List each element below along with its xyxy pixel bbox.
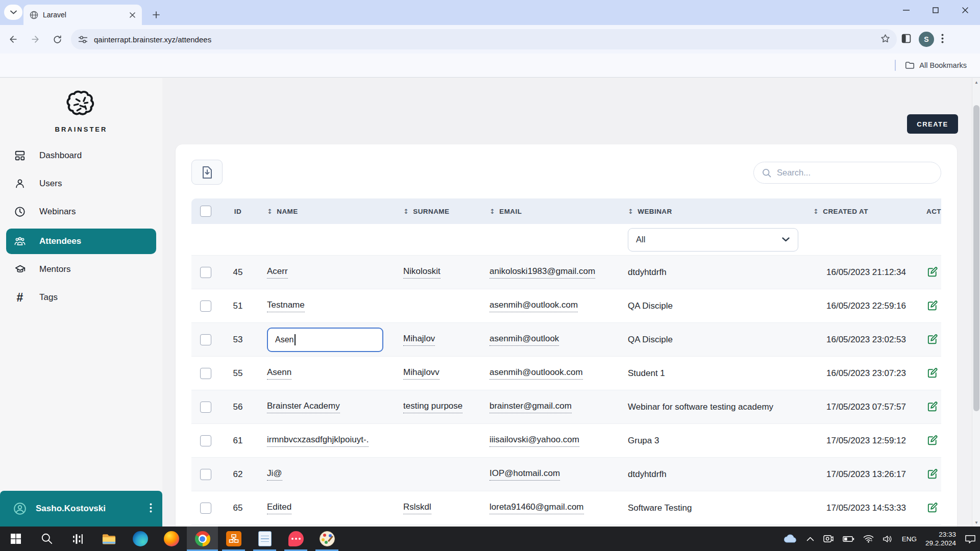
drawio-button[interactable] xyxy=(218,527,249,551)
page-scrollbar[interactable]: ▲ ▼ xyxy=(972,78,980,527)
rocketchat-button[interactable] xyxy=(280,527,311,551)
maximize-button[interactable] xyxy=(921,0,950,20)
sidebar-item-dashboard[interactable]: Dashboard xyxy=(0,144,162,167)
surname-cell-text[interactable]: testing purpose xyxy=(403,401,462,413)
sidebar-item-mentors[interactable]: Mentors xyxy=(0,258,162,281)
webinar-filter-select[interactable]: All xyxy=(628,228,798,252)
onedrive-cloud-icon[interactable] xyxy=(782,534,798,544)
firefox-button[interactable] xyxy=(156,527,187,551)
taskbar-search-button[interactable] xyxy=(31,527,62,551)
language-indicator[interactable]: ENG xyxy=(902,535,917,543)
name-cell-text[interactable]: Brainster Academy xyxy=(267,401,340,413)
surname-cell-text[interactable]: Mihajlovv xyxy=(403,367,439,380)
name-cell-text[interactable]: Asenn xyxy=(267,367,291,380)
name-cell-text[interactable]: irmnbvcxzasdfghjklpoiuyt-. xyxy=(267,435,369,447)
surname-cell-text[interactable]: Mihajlov xyxy=(403,334,435,346)
address-bar[interactable]: qainterrapt.brainster.xyz/attendees xyxy=(71,29,897,49)
edit-row-button[interactable] xyxy=(926,468,938,480)
tab-search-button[interactable] xyxy=(4,5,22,20)
wifi-icon[interactable] xyxy=(863,535,874,543)
all-bookmarks-button[interactable]: All Bookmarks xyxy=(905,61,967,69)
row-checkbox[interactable] xyxy=(200,469,211,480)
windows-icon xyxy=(10,533,22,545)
surname-cell-text[interactable]: Nikoloskit xyxy=(403,266,440,279)
email-cell-text[interactable]: iiisailovski@yahoo.com xyxy=(489,435,579,447)
scroll-down-arrow[interactable]: ▼ xyxy=(972,518,980,527)
create-button[interactable]: CREATE xyxy=(907,114,958,134)
browser-profile-avatar[interactable]: S xyxy=(919,32,934,47)
edit-row-button[interactable] xyxy=(926,502,938,514)
header-id[interactable]: ID xyxy=(220,208,256,215)
side-panel-icon[interactable] xyxy=(901,33,912,46)
name-cell-text[interactable]: Edited xyxy=(267,502,291,514)
row-checkbox[interactable] xyxy=(200,300,211,312)
email-cell-text[interactable]: asenmih@outlook xyxy=(489,334,559,346)
header-webinar[interactable]: ↕WEBINAR xyxy=(621,208,800,215)
export-button[interactable] xyxy=(191,160,223,185)
header-surname[interactable]: ↕SURNAME xyxy=(397,208,483,215)
row-checkbox[interactable] xyxy=(200,368,211,379)
row-checkbox[interactable] xyxy=(200,503,211,514)
taskbar-clock[interactable]: 23:33 29.2.2024 xyxy=(925,530,956,547)
row-checkbox[interactable] xyxy=(200,334,211,345)
sidebar-item-webinars[interactable]: Webinars xyxy=(0,201,162,223)
select-all-checkbox[interactable] xyxy=(200,206,211,217)
edit-row-button[interactable] xyxy=(926,401,938,413)
tray-expand-icon[interactable] xyxy=(806,537,814,541)
minimize-button[interactable] xyxy=(891,0,921,20)
paint-button[interactable] xyxy=(311,527,342,551)
battery-icon[interactable] xyxy=(843,536,854,542)
name-cell-text[interactable]: Ji@ xyxy=(267,468,282,481)
scrollbar-thumb[interactable] xyxy=(973,105,979,411)
user-bar[interactable]: Sasho.Kostovski xyxy=(0,491,162,527)
sidebar-item-users[interactable]: Users xyxy=(0,172,162,195)
name-edit-input[interactable]: Asen xyxy=(267,328,383,352)
browser-menu-icon[interactable] xyxy=(941,34,944,45)
header-name[interactable]: ↕NAME xyxy=(256,208,397,215)
email-cell-text[interactable]: brainster@gmail.com xyxy=(489,401,572,413)
close-button[interactable] xyxy=(950,0,980,20)
task-view-button[interactable] xyxy=(62,527,93,551)
user-menu-icon[interactable] xyxy=(150,503,152,515)
sidebar-item-attendees[interactable]: Attendees xyxy=(6,229,156,254)
email-cell-text[interactable]: anikoloski1983@gmail.com xyxy=(489,266,595,279)
new-tab-button[interactable] xyxy=(149,8,163,22)
header-created-at[interactable]: ↕CREATED AT xyxy=(800,208,915,215)
edit-row-button[interactable] xyxy=(926,266,938,278)
edge-button[interactable] xyxy=(125,527,156,551)
file-explorer-button[interactable] xyxy=(93,527,125,551)
sidebar-item-tags[interactable]: # Tags xyxy=(0,286,162,309)
site-settings-icon[interactable] xyxy=(78,35,88,44)
notepad-button[interactable] xyxy=(249,527,280,551)
forward-button[interactable] xyxy=(27,31,44,48)
reload-button[interactable] xyxy=(48,31,66,48)
email-cell-text[interactable]: asenmih@outloook.com xyxy=(489,367,583,380)
start-button[interactable] xyxy=(0,527,31,551)
edit-row-button[interactable] xyxy=(926,300,938,312)
volume-icon[interactable] xyxy=(883,535,893,543)
tab-close-icon[interactable] xyxy=(128,10,137,19)
search-input[interactable] xyxy=(777,168,925,178)
row-checkbox[interactable] xyxy=(200,267,211,278)
name-cell-text[interactable]: Acerr xyxy=(267,266,288,279)
back-button[interactable] xyxy=(5,31,22,48)
search-box[interactable] xyxy=(753,162,941,184)
name-cell-text[interactable]: Testname xyxy=(267,300,305,312)
meet-now-icon[interactable] xyxy=(823,534,834,543)
header-email[interactable]: ↕EMAIL xyxy=(483,208,621,215)
surname-cell-text[interactable]: Rslskdl xyxy=(403,502,431,514)
browser-tab-laravel[interactable]: Laravel xyxy=(23,5,142,25)
action-center-icon[interactable] xyxy=(965,534,976,544)
scroll-up-arrow[interactable]: ▲ xyxy=(972,78,980,86)
edit-row-button[interactable] xyxy=(926,435,938,446)
row-checkbox[interactable] xyxy=(200,435,211,446)
email-cell-text[interactable]: IOP@hotmail.com xyxy=(489,468,560,481)
email-cell-text[interactable]: loreta91460@gmail.com xyxy=(489,502,584,514)
bookmark-star-icon[interactable] xyxy=(880,33,891,46)
chrome-button[interactable] xyxy=(187,527,218,551)
email-cell-text[interactable]: asenmih@outlook.com xyxy=(489,300,578,312)
edit-row-button[interactable] xyxy=(926,334,938,345)
actions-cell xyxy=(915,266,941,278)
edit-row-button[interactable] xyxy=(926,367,938,379)
row-checkbox[interactable] xyxy=(200,402,211,413)
